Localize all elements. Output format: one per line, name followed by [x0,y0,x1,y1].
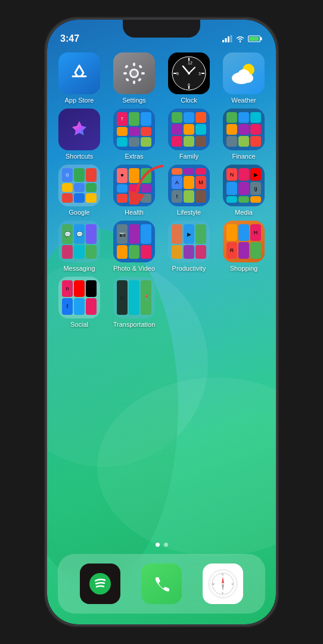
app-item-social[interactable]: n T f Social [54,277,104,328]
svg-rect-14 [138,64,142,69]
folder-mini-app [141,224,151,244]
folder-mini-app [226,182,237,194]
dock-item-safari[interactable]: N S E W [203,564,243,604]
app-item-messaging[interactable]: 💬 💬 Messaging [54,221,104,272]
folder-mini-app [195,224,206,244]
folder-mini-app [129,184,139,193]
app-item-family[interactable]: Family [164,109,214,160]
app-item-extras[interactable]: T Extras [109,109,159,160]
folder-mini-app [195,124,206,135]
extras-folder-grid: T [113,109,155,150]
app-item-health[interactable]: ♥ Health [109,165,159,216]
app-icon-weather[interactable] [223,52,265,94]
app-label-settings: Settings [122,97,146,104]
folder-mini-app [250,136,261,147]
folder-mini-app [238,196,249,203]
phone-icon [150,572,173,595]
app-item-settings[interactable]: Settings [109,52,159,104]
dock-item-spotify[interactable] [80,564,120,604]
app-icon-health[interactable]: ♥ [113,165,155,206]
folder-mini-app [141,194,151,203]
app-label-productivity: Productivity [172,265,206,272]
svg-rect-1 [225,38,227,42]
folder-mini-app [172,112,182,123]
app-icon-transportation[interactable]: U 📍 [113,277,155,318]
folder-mini-app [74,168,85,182]
folder-mini-app [129,280,139,315]
folder-mini-app [129,168,139,183]
app-item-clock[interactable]: 12 3 6 9 Clock [164,52,214,104]
app-icon-media[interactable]: N ▶ g [223,165,265,206]
settings-gear-icon [121,60,147,86]
app-item-lifestyle[interactable]: A M t Lifestyle [164,165,214,216]
app-icon-shopping[interactable]: H R [223,221,265,262]
folder-mini-app: 📍 [141,280,151,315]
app-item-shortcuts[interactable]: Shortcuts [54,109,104,160]
folder-mini-app: T [117,112,128,126]
folder-mini-app [141,245,151,259]
svg-point-28 [188,72,190,75]
app-label-family: Family [179,153,198,160]
app-icon-photovideo[interactable]: 📷 [113,221,155,262]
page-indicator [47,543,276,547]
google-folder-grid: G [58,165,100,206]
app-icon-finance[interactable] [223,109,265,150]
app-icon-lifestyle[interactable]: A M t [168,165,210,206]
svg-rect-5 [260,38,262,41]
folder-mini-app: 📷 [117,224,128,244]
lifestyle-folder-grid: A M t [168,165,210,206]
folder-mini-app [250,112,261,123]
folder-mini-app [141,168,151,183]
app-item-appstore[interactable]: App Store [54,52,104,104]
app-icon-messaging[interactable]: 💬 💬 [58,221,100,262]
finance-folder-grid [223,109,265,150]
app-icon-extras[interactable]: T [113,109,155,150]
folder-mini-app [184,168,194,175]
weather-icon [228,60,259,86]
app-item-finance[interactable]: Finance [219,109,269,160]
family-folder-grid [168,109,210,150]
svg-text:S: S [222,592,223,595]
folder-mini-app [226,124,237,135]
app-icon-shortcuts[interactable] [58,109,100,150]
app-item-weather[interactable]: Weather [219,52,269,104]
app-icon-settings[interactable] [113,52,155,94]
app-icon-clock[interactable]: 12 3 6 9 [168,52,210,94]
app-icon-appstore[interactable] [58,52,100,94]
svg-text:6: 6 [188,83,190,87]
status-time: 3:47 [60,33,79,44]
dock-item-phone[interactable] [141,564,182,604]
status-icons [222,35,263,42]
app-label-extras: Extras [125,153,143,160]
app-icon-social[interactable]: n T f [58,277,100,318]
folder-mini-app [86,298,97,315]
folder-mini-app [86,245,97,259]
folder-mini-app [172,245,182,259]
app-label-google: Google [69,209,89,216]
app-icon-productivity[interactable]: ▶ [168,221,210,262]
folder-mini-app [141,184,151,193]
folder-mini-app [62,183,73,193]
app-item-media[interactable]: N ▶ g Media [219,165,269,216]
folder-mini-app: G [62,168,73,182]
app-item-productivity[interactable]: ▶ Productivity [164,221,214,272]
app-item-transportation[interactable]: U 📍 Transportation [109,277,159,328]
app-icon-google[interactable]: G [58,165,100,206]
folder-mini-app [129,245,139,259]
appstore-logo [67,61,92,86]
transportation-folder-grid: U 📍 [113,277,155,318]
svg-text:N: N [222,573,223,576]
app-item-shopping[interactable]: H R Shopping [219,221,269,272]
folder-mini-app [117,194,128,203]
folder-mini-app: T [86,280,97,297]
folder-mini-app [226,224,237,241]
folder-mini-app [141,112,151,126]
svg-rect-6 [249,37,259,41]
app-icon-family[interactable] [168,109,210,150]
app-item-google[interactable]: G Google [54,165,104,216]
folder-mini-app [250,196,261,203]
app-grid: App Store [54,52,269,328]
app-item-photovideo[interactable]: 📷 Photo & Video [109,221,159,272]
photovideo-folder-grid: 📷 [113,221,155,262]
folder-mini-app: 💬 [74,224,85,244]
